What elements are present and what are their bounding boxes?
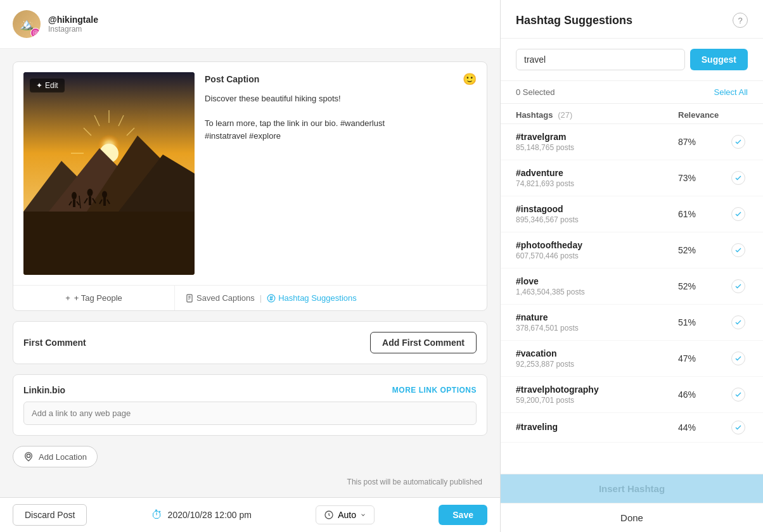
post-card: ✦ Edit Post Caption 🙂 Discover these bea…: [13, 61, 487, 311]
post-caption-area: Post Caption 🙂 Discover these beautiful …: [205, 72, 477, 275]
hashtag-name: #instagood: [516, 204, 678, 214]
first-comment-section: First Comment Add First Comment: [13, 321, 487, 364]
selection-row: 0 Selected Select All: [501, 81, 763, 104]
username: @hikingtale: [48, 15, 98, 25]
hashtag-info: #traveling: [516, 422, 678, 433]
check-circle-3[interactable]: [731, 243, 745, 257]
link-input[interactable]: [23, 402, 477, 425]
hashtag-name: #adventure: [516, 168, 678, 178]
svg-point-29: [102, 191, 107, 198]
post-bottom: + + Tag People Saved Captions |: [13, 285, 487, 310]
hashtag-info: #photooftheday 607,570,446 posts: [516, 240, 678, 260]
main-content: ✦ Edit Post Caption 🙂 Discover these bea…: [0, 49, 500, 497]
hashtag-relevance: 87%: [678, 137, 729, 147]
hashtag-item[interactable]: #traveling 44%: [501, 413, 763, 443]
hashtag-check: [729, 207, 748, 221]
hashtag-item[interactable]: #instagood 895,346,567 posts 61%: [501, 196, 763, 232]
done-button[interactable]: Done: [501, 503, 763, 532]
hashtag-input[interactable]: [516, 49, 685, 70]
add-first-comment-button[interactable]: Add First Comment: [370, 332, 477, 353]
hashtag-check: [729, 352, 748, 365]
hashtag-info: #instagood 895,346,567 posts: [516, 204, 678, 224]
edit-button[interactable]: ✦ Edit: [30, 79, 65, 92]
check-circle-5[interactable]: [731, 315, 745, 329]
first-comment-label: First Comment: [23, 338, 86, 348]
hashtag-posts: 378,674,501 posts: [516, 324, 678, 332]
hashtag-relevance: 61%: [678, 209, 729, 219]
hashtag-item[interactable]: #travelgram 85,148,765 posts 87%: [501, 124, 763, 160]
hashtag-check: [729, 171, 748, 185]
linkin-header: Linkin.bio MORE LINK OPTIONS: [23, 385, 477, 395]
svg-rect-21: [73, 200, 75, 207]
hashtag-name: #vacation: [516, 348, 678, 358]
hashtag-item[interactable]: #nature 378,674,501 posts 51%: [501, 305, 763, 341]
more-link-options[interactable]: MORE LINK OPTIONS: [392, 386, 477, 395]
check-circle-2[interactable]: [731, 207, 745, 221]
hashtag-item[interactable]: #love 1,463,504,385 posts 52%: [501, 269, 763, 305]
emoji-button[interactable]: 🙂: [463, 72, 477, 86]
hashtag-suggestions-link[interactable]: Hashtag Suggestions: [267, 293, 357, 303]
hashtag-columns-header: Hashtags (27) Relevance: [501, 104, 763, 124]
auto-select[interactable]: Auto: [316, 505, 375, 524]
help-button[interactable]: ?: [733, 13, 748, 28]
check-col-header: [729, 110, 748, 120]
check-circle-8[interactable]: [731, 421, 745, 434]
save-button[interactable]: Save: [439, 505, 487, 525]
hashtag-item[interactable]: #adventure 74,821,693 posts 73%: [501, 160, 763, 196]
svg-point-20: [72, 192, 77, 200]
schedule-area: ⏱ 2020/10/28 12:00 pm: [151, 509, 252, 522]
caption-title: Post Caption: [205, 74, 259, 84]
hashtag-info: #love 1,463,504,385 posts: [516, 276, 678, 296]
plus-icon: +: [65, 293, 70, 303]
tag-people-button[interactable]: + + Tag People: [13, 286, 175, 310]
hashtag-posts: 607,570,446 posts: [516, 251, 678, 260]
schedule-datetime: 2020/10/28 12:00 pm: [168, 510, 252, 520]
hashtag-check: [729, 421, 748, 434]
insert-hashtag-button[interactable]: Insert Hashtag: [501, 474, 763, 503]
hashtag-check: [729, 279, 748, 293]
check-circle-7[interactable]: [731, 388, 745, 402]
caption-header: Post Caption 🙂: [205, 72, 477, 86]
hashtag-item[interactable]: #vacation 92,253,887 posts 47%: [501, 341, 763, 377]
linkin-title: Linkin.bio: [23, 385, 65, 395]
add-location-button[interactable]: Add Location: [13, 446, 98, 467]
hashtag-name: #photooftheday: [516, 240, 678, 250]
right-header: Hashtag Suggestions ?: [501, 0, 763, 39]
svg-line-40: [270, 296, 271, 300]
hashtag-item[interactable]: #photooftheday 607,570,446 posts 52%: [501, 232, 763, 269]
divider: |: [260, 293, 262, 303]
footer: Discard Post ⏱ 2020/10/28 12:00 pm Auto …: [0, 497, 500, 532]
clock-icon: ⏱: [151, 509, 163, 522]
check-circle-4[interactable]: [731, 279, 745, 293]
check-circle-6[interactable]: [731, 352, 745, 365]
suggest-button[interactable]: Suggest: [690, 49, 748, 70]
left-panel: 🏔️ @hikingtale Instagram: [0, 0, 501, 532]
platform: Instagram: [48, 25, 98, 34]
right-panel-title: Hashtag Suggestions: [516, 14, 632, 27]
hashtag-posts: 1,463,504,385 posts: [516, 288, 678, 296]
select-all-button[interactable]: Select All: [714, 87, 748, 97]
right-panel: Hashtag Suggestions ? Suggest 0 Selected…: [501, 0, 763, 532]
svg-rect-30: [103, 198, 106, 206]
hashtag-suggestions-label: Hashtag Suggestions: [278, 293, 357, 303]
header: 🏔️ @hikingtale Instagram: [0, 0, 500, 49]
hashtag-name: #love: [516, 276, 678, 286]
hashtag-name: #traveling: [516, 422, 678, 432]
hashtag-relevance: 46%: [678, 390, 729, 400]
svg-rect-19: [23, 212, 195, 275]
hashtag-item[interactable]: #travelphotography 59,200,701 posts 46%: [501, 377, 763, 413]
header-info: @hikingtale Instagram: [48, 15, 98, 34]
hashtag-name: #nature: [516, 312, 678, 322]
hashtag-posts: 92,253,887 posts: [516, 360, 678, 369]
check-circle-1[interactable]: [731, 171, 745, 185]
hashtag-info: #vacation 92,253,887 posts: [516, 348, 678, 369]
svg-point-37: [267, 294, 275, 302]
svg-point-25: [87, 189, 93, 196]
hashtag-info: #travelgram 85,148,765 posts: [516, 132, 678, 152]
hashtag-relevance: 52%: [678, 281, 729, 291]
check-circle-0[interactable]: [731, 135, 745, 149]
saved-captions-link[interactable]: Saved Captions: [185, 293, 255, 303]
discard-button[interactable]: Discard Post: [13, 504, 87, 526]
svg-rect-26: [89, 196, 91, 205]
svg-point-42: [27, 454, 30, 457]
